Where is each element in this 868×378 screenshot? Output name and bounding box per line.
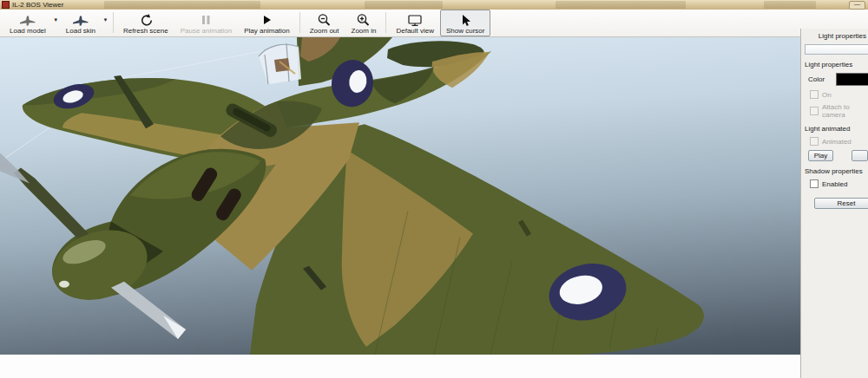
window-title: IL-2 BOS Viewer: [12, 1, 63, 9]
toolbar-button-label: Zoom out: [310, 27, 339, 35]
zoom-in-icon: [356, 13, 371, 27]
toolbar-separator: [385, 12, 386, 33]
checkbox-row-animated[interactable]: Animated: [810, 137, 868, 146]
monitor-icon: [407, 13, 423, 27]
airplane-icon: [18, 13, 37, 27]
color-swatch[interactable]: [836, 73, 868, 86]
show-cursor-button[interactable]: Show cursor: [440, 10, 490, 36]
pause-icon: [200, 13, 212, 27]
airplane-icon: [71, 13, 90, 27]
play-animation-button[interactable]: Play animation: [238, 10, 295, 36]
viewport-3d[interactable]: [0, 37, 800, 355]
toolbar-button-label: Refresh scene: [123, 27, 168, 35]
color-label: Color: [808, 75, 836, 83]
toolbar-separator: [299, 12, 300, 33]
app-icon: [2, 1, 10, 9]
group-label-shadow: Shadow properties: [805, 167, 868, 175]
titlebar-glass-blob: [556, 1, 686, 9]
light-select-dropdown[interactable]: [805, 44, 868, 55]
checkbox-icon[interactable]: [810, 90, 819, 99]
group-label-light: Light properties: [805, 61, 868, 68]
checkbox-label: Animated: [822, 138, 852, 146]
refresh-scene-button[interactable]: Refresh scene: [117, 10, 174, 36]
aircraft-render: [0, 37, 800, 355]
checkbox-icon[interactable]: [810, 107, 819, 115]
load-skin-dropdown-arrow[interactable]: ▼: [102, 10, 109, 36]
default-view-button[interactable]: Default view: [390, 10, 440, 36]
panel-header: Light properties: [801, 29, 868, 40]
load-model-button[interactable]: Load model: [3, 10, 52, 36]
zoom-out-button[interactable]: Zoom out: [304, 10, 345, 36]
checkbox-label: On: [822, 91, 832, 99]
refresh-icon: [138, 13, 154, 27]
cursor-icon: [459, 13, 471, 27]
play-icon: [260, 13, 273, 27]
pause-animation-button[interactable]: Pause animation: [174, 10, 239, 36]
toolbar-button-label: Zoom in: [352, 27, 377, 35]
app-window: IL-2 BOS Viewer — Load model ▼ Load skin…: [0, 0, 868, 378]
reset-button[interactable]: Reset: [814, 198, 868, 209]
light-properties-panel: Light properties Light properties Color …: [800, 29, 868, 378]
checkbox-row-enabled[interactable]: Enabled: [810, 179, 868, 188]
clipped-button[interactable]: [852, 150, 868, 161]
title-bar[interactable]: IL-2 BOS Viewer —: [0, 0, 868, 10]
zoom-out-icon: [317, 13, 332, 27]
toolbar-button-label: Show cursor: [446, 27, 484, 35]
toolbar-button-label: Load model: [10, 27, 46, 35]
toolbar-button-label: Default view: [396, 27, 434, 35]
toolbar-separator: [113, 12, 114, 33]
checkbox-label: Attach to camera: [822, 103, 868, 119]
minimize-button[interactable]: —: [849, 1, 865, 10]
checkbox-row-attach-to-camera[interactable]: Attach to camera: [810, 103, 868, 119]
zoom-in-button[interactable]: Zoom in: [345, 10, 383, 36]
titlebar-glass-blob: [365, 1, 443, 9]
group-label-animated: Light animated: [805, 125, 868, 133]
checkbox-row-on[interactable]: On: [810, 90, 868, 99]
toolbar: Load model ▼ Load skin ▼ Refresh scene P…: [0, 10, 868, 37]
toolbar-button-label: Pause animation: [181, 27, 233, 35]
load-model-dropdown-arrow[interactable]: ▼: [52, 10, 60, 36]
play-button[interactable]: Play: [808, 150, 833, 161]
load-skin-button[interactable]: Load skin: [60, 10, 102, 36]
checkbox-icon[interactable]: [810, 179, 819, 188]
bottom-strip: [0, 355, 800, 378]
checkbox-icon[interactable]: [810, 137, 819, 146]
titlebar-glass-blob: [104, 1, 260, 9]
checkbox-label: Enabled: [822, 180, 847, 188]
toolbar-button-label: Play animation: [244, 27, 289, 35]
titlebar-glass-blob: [764, 1, 816, 9]
toolbar-button-label: Load skin: [66, 27, 95, 35]
